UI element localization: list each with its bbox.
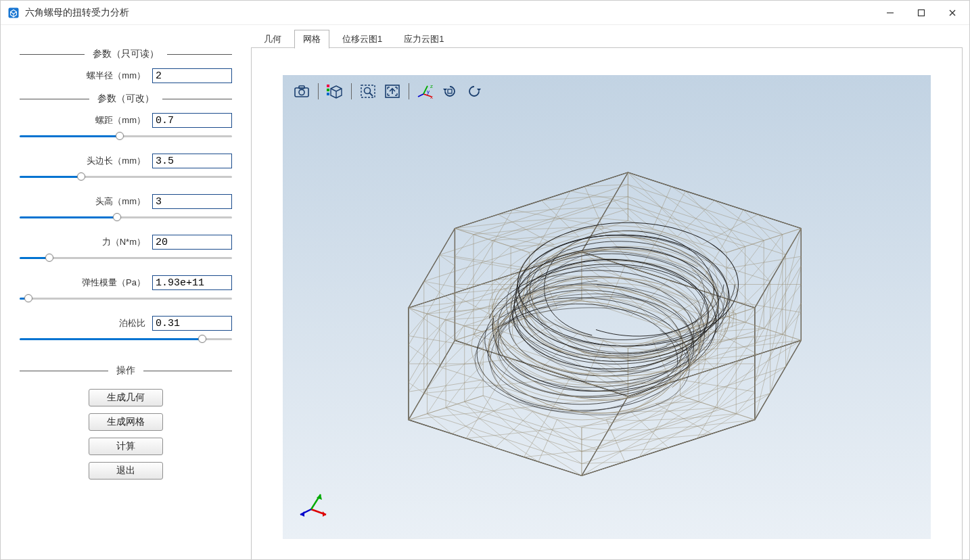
param-slider[interactable]: [20, 293, 232, 308]
svg-line-360: [628, 172, 801, 229]
svg-line-189: [474, 241, 492, 260]
svg-line-72: [620, 448, 668, 451]
tab-stress-1[interactable]: 应力云图1: [395, 30, 453, 49]
param-row: 头高（mm）: [20, 194, 232, 209]
param-slider[interactable]: [20, 131, 232, 145]
rotate-cw-icon[interactable]: [439, 80, 461, 102]
svg-line-213: [465, 348, 484, 364]
param-label: 泊松比: [20, 317, 152, 329]
svg-line-418: [718, 364, 737, 386]
tab-geometry[interactable]: 几何: [255, 30, 290, 49]
fit-extent-icon[interactable]: [382, 80, 403, 102]
cube-view-icon[interactable]: [324, 80, 346, 102]
svg-line-156: [409, 420, 582, 476]
param-row: 力（N*m）: [20, 235, 232, 250]
svg-line-208: [446, 364, 465, 386]
svg-line-75: [606, 419, 640, 421]
section-label: 操作: [108, 365, 143, 377]
actions: 生成几何生成网格计算退出: [20, 389, 232, 480]
param-row: 螺距（mm）: [20, 113, 232, 128]
svg-line-396: [764, 309, 783, 328]
svg-line-232: [440, 255, 455, 266]
generate-mesh-button[interactable]: 生成网格: [89, 413, 163, 431]
svg-line-424: [680, 383, 699, 396]
svg-line-247: [492, 237, 540, 240]
svg-line-79: [582, 427, 611, 430]
param-label: 力（N*m）: [20, 236, 152, 248]
svg-line-441: [755, 356, 770, 419]
zoom-box-icon[interactable]: [357, 80, 379, 102]
svg-line-439: [786, 303, 802, 367]
param-slider[interactable]: [20, 212, 232, 227]
compute-button[interactable]: 计算: [89, 438, 163, 455]
svg-line-391: [783, 284, 802, 309]
svg-line-190: [492, 246, 511, 262]
param-input[interactable]: [152, 194, 232, 209]
tab-mesh[interactable]: 网格: [294, 30, 329, 49]
svg-line-393: [745, 284, 764, 303]
svg-line-291: [455, 172, 628, 229]
svg-line-108: [594, 361, 628, 384]
viewer-frame: zyx: [251, 47, 963, 559]
param-input[interactable]: [152, 113, 232, 128]
svg-line-260: [599, 218, 628, 220]
param-input[interactable]: [152, 275, 232, 290]
param-input[interactable]: [152, 235, 232, 250]
param-slider[interactable]: [20, 252, 232, 267]
minimize-button[interactable]: [875, 1, 906, 25]
svg-line-419: [699, 364, 718, 383]
svg-line-323: [706, 210, 730, 230]
svg-line-73: [616, 439, 659, 441]
svg-line-287: [409, 229, 455, 308]
camera-icon[interactable]: [291, 80, 313, 102]
svg-rect-7: [327, 89, 329, 91]
svg-line-150: [524, 377, 570, 457]
svg-line-210: [409, 339, 428, 364]
axes-xyz-icon[interactable]: zyx: [415, 80, 436, 102]
toolbar-separator: [318, 83, 319, 99]
exit-button[interactable]: 退出: [89, 462, 163, 480]
svg-line-284: [543, 276, 582, 277]
parameter-panel: 参数（只可读） 螺半径（mm） 参数（可改） 螺距（mm） 头边长（mm）: [1, 25, 251, 559]
svg-line-295: [455, 229, 496, 237]
svg-line-204: [446, 383, 465, 408]
svg-line-253: [541, 197, 589, 200]
axis-triad: [298, 485, 336, 523]
maximize-button[interactable]: [906, 1, 937, 25]
svg-line-149: [582, 396, 628, 475]
readonly-section-header: 参数（只可读）: [20, 48, 232, 60]
param-slider[interactable]: [20, 171, 232, 186]
toolbar-separator: [409, 83, 409, 99]
svg-line-356: [582, 172, 628, 252]
svg-line-329: [716, 237, 726, 252]
svg-line-230: [424, 319, 440, 329]
svg-line-143: [494, 411, 514, 429]
param-input[interactable]: [152, 154, 232, 168]
svg-line-233: [424, 281, 440, 292]
svg-line-90: [697, 394, 770, 439]
close-button[interactable]: [937, 1, 968, 25]
3d-viewer[interactable]: zyx: [283, 75, 931, 539]
svg-line-81: [697, 359, 743, 438]
tab-displacement-1[interactable]: 位移云图1: [333, 30, 391, 49]
svg-line-301: [570, 191, 612, 200]
svg-line-316: [628, 197, 657, 218]
svg-line-74: [611, 429, 649, 430]
svg-line-388: [764, 260, 783, 285]
svg-line-96: [582, 431, 655, 476]
param-row: 弹性模量（Pa）: [20, 275, 232, 290]
svg-text:x: x: [430, 94, 433, 99]
svg-line-77: [582, 451, 620, 452]
param-slider[interactable]: [20, 333, 232, 348]
svg-line-188: [455, 235, 474, 256]
param-label: 头边长（mm）: [20, 155, 152, 167]
rotate-ccw-icon[interactable]: [463, 80, 485, 102]
param-input[interactable]: [152, 316, 232, 331]
svg-line-428: [755, 340, 801, 419]
svg-rect-6: [327, 85, 329, 87]
title-bar: 六角螺母的扭转受力分析: [1, 1, 969, 25]
svg-line-135: [553, 430, 582, 452]
svg-line-318: [671, 187, 705, 210]
generate-geometry-button[interactable]: 生成几何: [89, 389, 163, 406]
svg-line-252: [540, 237, 578, 237]
